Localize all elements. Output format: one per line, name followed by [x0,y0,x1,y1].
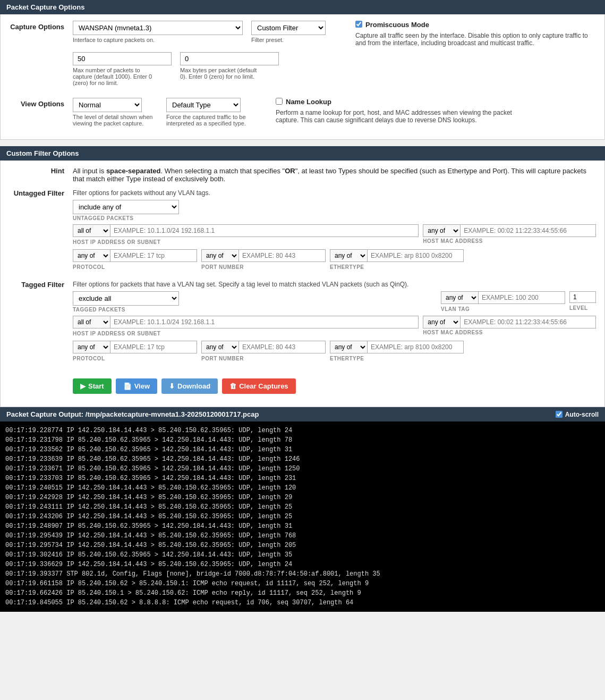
view-level-select[interactable]: Normal [73,98,142,112]
untagged-proto-port-ether-row: any of all of none of PROTOCOL any of [73,249,596,270]
promiscuous-checkbox[interactable] [355,21,362,28]
default-type-col: Default Type Force the captured traffic … [166,98,251,126]
tagged-packets-sublabel: TAGGED PACKETS [73,307,179,313]
right-options: Promiscuous Mode Capture all traffic see… [355,21,596,47]
untagged-host-mac-input[interactable] [461,225,595,236]
interface-select[interactable]: WANSPAN (mvneta1.3) [73,21,243,35]
tagged-include-select[interactable]: include any of include all of exclude an… [73,291,179,306]
view-icon: 📄 [123,382,132,390]
tagged-host-ip-field: all of any of none of [73,316,419,328]
output-body: 00:17:19.228774 IP 142.250.184.14.443 > … [0,421,605,612]
name-lookup-checkbox[interactable] [276,98,283,105]
untagged-ethertype-input[interactable] [368,250,463,261]
untagged-ethertype-sublabel: ETHERTYPE [330,264,464,270]
tagged-port-input[interactable] [239,342,325,352]
hint-or: OR [285,167,295,175]
untagged-packets-sublabel: UNTAGGED PACKETS [73,215,596,221]
tagged-port-field: any of all of none of [201,341,326,353]
tagged-port-group: any of all of none of PORT NUMBER [201,341,326,361]
tagged-protocol-match[interactable]: any of all of none of [73,341,110,353]
untagged-port-input[interactable] [239,250,325,261]
interface-row: WANSPAN (mvneta1.3) Interface to capture… [73,21,596,47]
untagged-host-mac-group: any of all of none of HOST MAC ADDRESS [423,224,596,244]
custom-filter-options-header: Custom Filter Options [0,146,605,161]
tagged-host-mac-sublabel: HOST MAC ADDRESS [423,330,596,335]
download-button[interactable]: ⬇ Download [161,378,218,394]
tagged-ethertype-field: any of all of none of [330,341,464,353]
view-label: View [134,382,150,390]
untagged-protocol-sublabel: PROTOCOL [73,264,197,270]
untagged-ip-mac-row: all of any of none of HOST IP ADDRESS OR… [73,224,596,245]
view-button[interactable]: 📄 View [116,378,157,394]
packet-capture-options-header: Packet Capture Options [0,0,605,14]
untagged-port-field: any of all of none of [201,249,326,262]
tagged-protocol-group: any of all of none of PROTOCOL [73,341,197,361]
packet-capture-options-body: Capture Options WANSPAN (mvneta1.3) Inte… [0,14,605,140]
filter-preset-hint: Filter preset. [251,37,326,43]
untagged-ethertype-group: any of all of none of ETHERTYPE [330,249,464,270]
max-packets-input[interactable]: 50 [73,52,172,65]
max-packets-hint: Max number of packets to capture (defaul… [73,67,158,86]
promiscuous-row: Promiscuous Mode [355,21,596,29]
interface-group: WANSPAN (mvneta1.3) Interface to capture… [73,21,243,43]
tagged-filter-body: Filter options for packets that have a V… [73,281,596,366]
hint-body: All input is space-separated. When selec… [73,167,596,183]
max-packets-group: 50 Max number of packets to capture (def… [73,52,172,86]
vlan-tag-match[interactable]: any of all of none of [441,292,479,303]
untagged-include-select[interactable]: include any of include all of exclude an… [73,200,179,214]
tagged-filter-desc: Filter options for packets that have a V… [73,281,596,288]
tagged-host-mac-match[interactable]: any of all of none of [423,316,461,328]
max-bytes-input[interactable]: 0 [180,52,279,65]
untagged-host-ip-match[interactable]: all of any of none of [73,225,110,237]
tagged-ethertype-match[interactable]: any of all of none of [330,341,368,353]
tagged-top-row: include any of include all of exclude an… [73,291,596,313]
untagged-ethertype-match[interactable]: any of all of none of [330,250,368,262]
vlan-level-input[interactable] [569,291,596,303]
tagged-host-mac-input[interactable] [461,317,595,327]
untagged-filter-label: Untagged Filter [9,189,73,197]
untagged-include-row: include any of include all of exclude an… [73,200,596,221]
start-icon: ▶ [80,382,86,390]
untagged-ethertype-field: any of all of none of [330,249,464,262]
tagged-port-match[interactable]: any of all of none of [202,341,239,353]
untagged-port-sublabel: PORT NUMBER [201,264,326,270]
name-lookup-label: Name Lookup [286,98,331,106]
tagged-host-ip-match[interactable]: all of any of none of [73,316,110,328]
tagged-protocol-input[interactable] [110,342,197,352]
vlan-tag-input[interactable] [479,292,565,303]
untagged-filter-section: Untagged Filter Filter options for packe… [9,189,596,274]
untagged-host-mac-match[interactable]: any of all of none of [423,225,461,237]
start-button[interactable]: ▶ Start [73,378,112,394]
promiscuous-desc: Capture all traffic seen by the interfac… [355,32,596,47]
tagged-ethertype-sublabel: ETHERTYPE [330,356,464,361]
untagged-port-match[interactable]: any of all of none of [202,250,239,262]
tagged-host-ip-group: all of any of none of HOST IP ADDRESS OR… [73,316,419,336]
untagged-host-mac-sublabel: HOST MAC ADDRESS [423,238,596,244]
default-type-select[interactable]: Default Type [166,98,241,112]
untagged-host-mac-field: any of all of none of [423,224,596,237]
tagged-host-mac-field: any of all of none of [423,316,596,328]
output-header: Packet Capture Output: /tmp/packetcaptur… [0,407,605,421]
auto-scroll-checkbox[interactable] [556,411,563,418]
filter-preset-select[interactable]: Custom Filter [251,21,326,35]
view-options-row: View Options Normal The level of detail … [9,98,596,126]
filter-preset-group: Custom Filter Filter preset. [251,21,326,43]
clear-button[interactable]: 🗑 Clear Captures [222,378,295,394]
untagged-host-ip-input[interactable] [110,225,418,236]
numbers-row: 50 Max number of packets to capture (def… [73,52,596,86]
auto-scroll-text: Auto-scroll [565,411,599,418]
untagged-protocol-match[interactable]: any of all of none of [73,250,110,262]
name-lookup-row: Name Lookup [276,98,520,106]
untagged-filter-desc: Filter options for packets without any V… [73,189,596,197]
custom-filter-options-body: Hint All input is space-separated. When … [0,161,605,407]
tagged-filter-label: Tagged Filter [9,281,73,289]
name-lookup-col: Name Lookup Perform a name lookup for po… [276,98,520,124]
untagged-protocol-input[interactable] [110,250,197,261]
start-label: Start [88,382,104,390]
clear-label: Clear Captures [239,382,288,390]
capture-options-row: Capture Options WANSPAN (mvneta1.3) Inte… [9,21,596,91]
tagged-ethertype-input[interactable] [368,342,463,352]
tagged-host-ip-input[interactable] [110,317,418,327]
view-options-label: View Options [9,98,73,108]
max-bytes-hint: Max bytes per packet (default 0). Enter … [180,67,265,80]
